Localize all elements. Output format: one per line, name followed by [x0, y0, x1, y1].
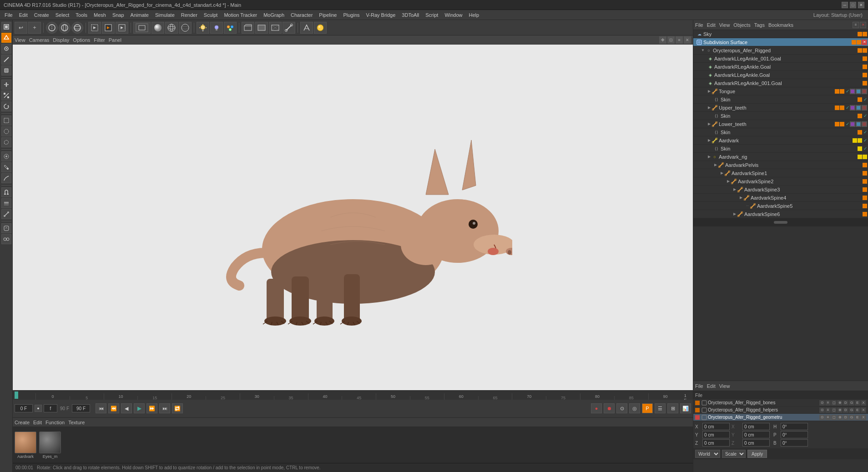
helpers-icon8[interactable]: X — [861, 407, 866, 413]
tool-select-live[interactable] — [1, 126, 11, 136]
display-3d[interactable] — [242, 22, 254, 34]
menu-help[interactable]: Help — [466, 11, 482, 19]
mode-polygon[interactable] — [1, 33, 11, 43]
lt-tag2[interactable] — [856, 121, 861, 127]
om-row-spine2[interactable]: ▶ AardvarkSpine2 — [693, 177, 868, 186]
tongue-dot2[interactable] — [840, 89, 844, 94]
subdiv-dot2[interactable] — [857, 40, 861, 45]
display-gouraud[interactable] — [151, 22, 164, 34]
ut-tags[interactable] — [850, 105, 855, 110]
av-dot1[interactable] — [853, 138, 857, 143]
ankle1-dot[interactable] — [863, 56, 867, 61]
render-settings-button[interactable] — [116, 22, 128, 34]
spine5-dot[interactable] — [863, 204, 867, 208]
lt-tags[interactable] — [850, 121, 855, 127]
om-row-spine1[interactable]: ▶ AardvarkSpine1 — [693, 169, 868, 177]
om-row-tongue[interactable]: ▶ Tongue ✓ — [693, 87, 868, 95]
y-pos-input[interactable] — [702, 431, 730, 438]
expand-spine1[interactable]: ▶ — [720, 171, 724, 176]
ory-dot2[interactable] — [863, 48, 867, 53]
geom-icon4[interactable]: ⊕ — [837, 415, 843, 420]
om-menu-edit[interactable]: Edit — [707, 22, 716, 28]
light-default[interactable] — [197, 22, 209, 34]
menu-tools[interactable]: Tools — [73, 11, 90, 19]
bones-icon4[interactable]: ⊕ — [837, 400, 843, 406]
menu-select[interactable]: Select — [53, 11, 72, 19]
tskin-dot[interactable] — [858, 97, 862, 102]
sky-dot1[interactable] — [858, 32, 862, 36]
menu-render[interactable]: Render — [178, 11, 200, 19]
menu-script[interactable]: Script — [423, 11, 441, 19]
tool-layer[interactable] — [1, 198, 11, 208]
tool-select-rect[interactable] — [1, 115, 11, 126]
avskin-dot[interactable] — [858, 146, 862, 151]
helpers-icon7[interactable]: E — [855, 407, 860, 413]
menu-simulate[interactable]: Simulate — [152, 11, 177, 19]
viewport-settings-icon[interactable]: ≡ — [676, 36, 683, 44]
ankle2-dot[interactable] — [863, 65, 867, 69]
om-row-lower-teeth[interactable]: ▶ Lower_teeth ✓ — [693, 120, 868, 128]
viewport-move-icon[interactable]: ✥ — [659, 36, 666, 44]
am-item-geometry[interactable]: Orycteropus_Afer_Rigged_geometru ⊙ ≡ ◻ ⊕… — [693, 414, 868, 421]
helpers-icon2[interactable]: ≡ — [825, 407, 831, 413]
material-eyes[interactable]: Eyes_m — [39, 432, 61, 459]
om-row-ankle1[interactable]: ◈ AardvarkLLegAnkle_001.Goal — [693, 55, 868, 63]
helpers-icon3[interactable]: ◻ — [831, 407, 837, 413]
step-fwd-button[interactable]: ⏩ — [146, 403, 157, 413]
av-dot2[interactable] — [858, 138, 862, 143]
ut-tag3[interactable] — [862, 105, 867, 110]
tool-morph[interactable] — [1, 234, 11, 244]
menu-file[interactable]: File — [2, 11, 15, 19]
y-rot-input[interactable] — [742, 431, 770, 438]
expand-spine4[interactable]: ▶ — [739, 196, 743, 200]
expand-lower-teeth[interactable]: ▶ — [707, 122, 712, 126]
vp-menu-display[interactable]: Display — [53, 37, 69, 43]
lt-tag3[interactable] — [862, 121, 867, 127]
ankle3-dot[interactable] — [863, 73, 867, 77]
om-scroll-bar[interactable] — [693, 218, 868, 226]
key-all-button[interactable]: ⊙ — [616, 403, 627, 413]
utskin-dot[interactable] — [858, 114, 862, 118]
subdiv-x[interactable]: ✕ — [862, 40, 867, 45]
vp-menu-panel[interactable]: Panel — [109, 37, 121, 43]
om-row-subdiv[interactable]: Subdivision Surface ✕ — [693, 38, 868, 46]
spine4-dot[interactable] — [863, 196, 867, 200]
geom-icon2[interactable]: ≡ — [825, 415, 831, 420]
step-back-button[interactable]: ⏪ — [108, 403, 119, 413]
menu-animate[interactable]: Animate — [128, 11, 151, 19]
auto-key-button[interactable]: ⏺ — [604, 403, 615, 413]
tool-brush[interactable] — [1, 151, 11, 161]
record-button[interactable]: ● — [591, 403, 602, 413]
geom-icon1[interactable]: ⊙ — [819, 415, 825, 420]
pelvis-dot[interactable] — [863, 163, 867, 167]
geom-icon7[interactable]: E — [855, 415, 860, 420]
loop-button[interactable]: 🔁 — [172, 403, 183, 413]
mode-point[interactable] — [1, 44, 11, 54]
expand-rig[interactable]: ▶ — [707, 155, 712, 159]
om-row-lower-teeth-skin[interactable]: ⟨⟩ Skin ✓ — [693, 128, 868, 136]
om-scroll-thumb[interactable] — [774, 221, 787, 224]
ankle4-dot[interactable] — [863, 81, 867, 85]
frame-field[interactable] — [44, 404, 57, 412]
display-wire[interactable] — [165, 22, 178, 34]
subdiv-dot1[interactable] — [852, 40, 856, 45]
vp-menu-view[interactable]: View — [15, 37, 25, 43]
ut-dot1[interactable] — [835, 105, 839, 110]
keyframe-add-button[interactable]: ● — [35, 405, 42, 412]
om-row-spine6[interactable]: ▶ AardvarkSpine6 — [693, 210, 868, 218]
me-menu-function[interactable]: Function — [45, 420, 65, 425]
new-object-button[interactable]: ＋ — [28, 22, 41, 34]
spine6-dot[interactable] — [863, 212, 867, 216]
expand-arrow-orycteropus[interactable]: ▼ — [701, 48, 705, 53]
menu-plugins[interactable]: Plugins — [340, 11, 362, 19]
am-menu-view[interactable]: View — [719, 383, 730, 389]
rig-dot1[interactable] — [858, 155, 862, 159]
goto-end-button[interactable]: ⏭ — [159, 403, 170, 413]
expand-aardvark[interactable]: ▶ — [707, 138, 712, 143]
display-render2[interactable] — [314, 22, 327, 34]
fps-input[interactable]: 90 F — [72, 404, 90, 412]
bones-icon1[interactable]: ⊙ — [819, 400, 825, 406]
x-rot-input[interactable] — [742, 423, 770, 430]
lt-dot1[interactable] — [835, 122, 839, 126]
play-button[interactable]: ▶ — [134, 403, 145, 413]
